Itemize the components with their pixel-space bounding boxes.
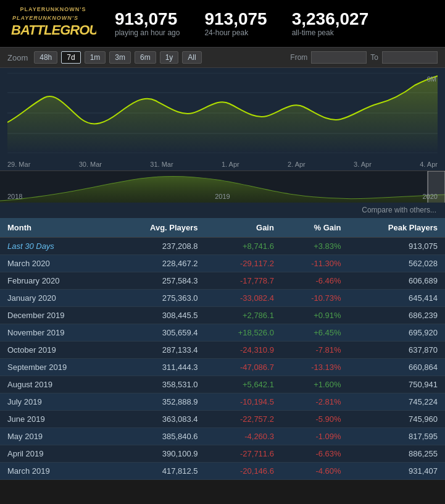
cell-pct-gain: -4.60% [281, 463, 349, 480]
table-row: March 2019 417,812.5 -20,146.6 -4.60% 93… [0, 463, 445, 480]
cell-peak: 606,689 [349, 272, 445, 290]
cell-pct-gain: -2.81% [281, 393, 349, 411]
cell-gain: -22,757.2 [206, 411, 281, 428]
cell-pct-gain: +6.45% [281, 324, 349, 342]
cell-peak: 562,028 [349, 255, 445, 272]
cell-avg: 237,208.8 [111, 238, 205, 255]
to-date-input[interactable]: Apr 4, 2020 [382, 51, 438, 64]
zoom-7d[interactable]: 7d [61, 51, 80, 64]
col-header-peak: Peak Players [349, 218, 445, 238]
cell-peak: 686,239 [349, 307, 445, 324]
x-label-4: 2. Apr [288, 161, 306, 168]
cell-avg: 358,531.0 [111, 376, 205, 393]
header: PLAYERUNKNOWN'S PLAYERUNKNOWN'S BATTLEGR… [0, 0, 445, 47]
svg-text:PLAYERUNKNOWN'S: PLAYERUNKNOWN'S [12, 15, 78, 21]
x-label-5: 3. Apr [354, 161, 372, 168]
cell-gain: +18,526.0 [206, 324, 281, 342]
table-row: January 2020 275,363.0 -33,082.4 -10.73%… [0, 290, 445, 307]
cell-month: June 2019 [0, 411, 111, 428]
cell-month: March 2020 [0, 255, 111, 272]
cell-avg: 311,444.3 [111, 359, 205, 376]
cell-avg: 385,840.6 [111, 428, 205, 445]
table-row: Last 30 Days 237,208.8 +8,741.6 +3.83% 9… [0, 238, 445, 255]
compare-link[interactable]: Compare with others... [362, 206, 436, 214]
cell-peak: 745,960 [349, 411, 445, 428]
table-row: August 2019 358,531.0 +5,642.1 +1.60% 75… [0, 376, 445, 393]
cell-month: January 2020 [0, 290, 111, 307]
cell-gain: -4,260.3 [206, 428, 281, 445]
compare-link-container: Compare with others... [0, 203, 445, 218]
cell-peak: 817,595 [349, 428, 445, 445]
zoom-all[interactable]: All [182, 51, 201, 64]
cell-peak: 695,920 [349, 324, 445, 342]
cell-peak: 750,941 [349, 376, 445, 393]
cell-peak: 931,407 [349, 463, 445, 480]
mini-chart[interactable]: 2018 2019 2020 [0, 170, 445, 203]
chart-y-label: 0M [427, 75, 436, 83]
x-axis-labels: 29. Mar 30. Mar 31. Mar 1. Apr 2. Apr 3.… [0, 159, 445, 170]
cell-gain: -17,778.7 [206, 272, 281, 290]
cell-month: March 2019 [0, 463, 111, 480]
col-header-avg: Avg. Players [111, 218, 205, 238]
cell-avg: 305,659.4 [111, 324, 205, 342]
stats-group: 913,075 playing an hour ago 913,075 24-h… [115, 10, 368, 38]
cell-peak: 913,075 [349, 238, 445, 255]
zoom-1y[interactable]: 1y [160, 51, 179, 64]
cell-month: October 2019 [0, 342, 111, 359]
zoom-3m[interactable]: 3m [109, 51, 131, 64]
cell-avg: 352,888.9 [111, 393, 205, 411]
cell-gain: +5,642.1 [206, 376, 281, 393]
24h-peak-label: 24-hour peak [204, 28, 267, 37]
cell-avg: 275,363.0 [111, 290, 205, 307]
cell-pct-gain: -1.09% [281, 428, 349, 445]
table-row: February 2020 257,584.3 -17,778.7 -6.46%… [0, 272, 445, 290]
stats-table: Month Avg. Players Gain % Gain Peak Play… [0, 218, 445, 480]
to-label: To [370, 53, 378, 62]
table-row: June 2019 363,083.4 -22,757.2 -5.90% 745… [0, 411, 445, 428]
24h-peak-number: 913,075 [204, 10, 267, 29]
year-label-2019: 2019 [215, 193, 230, 200]
date-range: From Mar 28, 2020 To Apr 4, 2020 [290, 51, 438, 64]
cell-gain: +8,741.6 [206, 238, 281, 255]
from-date-input[interactable]: Mar 28, 2020 [311, 51, 367, 64]
cell-pct-gain: +3.83% [281, 238, 349, 255]
svg-text:BATTLEGROUNDS: BATTLEGROUNDS [11, 22, 96, 38]
chart-container: 0M 29. Mar 30. Mar 31. Mar 1. Apr [0, 68, 445, 218]
cell-peak: 645,414 [349, 290, 445, 307]
cell-avg: 417,812.5 [111, 463, 205, 480]
cell-avg: 287,133.4 [111, 342, 205, 359]
stat-24h-peak: 913,075 24-hour peak [204, 10, 267, 38]
cell-month: July 2019 [0, 393, 111, 411]
cell-avg: 257,584.3 [111, 272, 205, 290]
x-label-3: 1. Apr [222, 161, 239, 168]
zoom-1m[interactable]: 1m [85, 51, 106, 64]
x-label-0: 29. Mar [7, 161, 30, 168]
year-label-2020: 2020 [423, 193, 438, 200]
col-header-gain: Gain [206, 218, 281, 238]
cell-pct-gain: -6.63% [281, 445, 349, 463]
cell-pct-gain: +1.60% [281, 376, 349, 393]
zoom-6m[interactable]: 6m [135, 51, 156, 64]
mini-year-labels: 2018 2019 2020 [7, 193, 438, 200]
stat-playing: 913,075 playing an hour ago [115, 10, 180, 38]
cell-avg: 390,100.9 [111, 445, 205, 463]
cell-gain: -20,146.6 [206, 463, 281, 480]
col-header-pct-gain: % Gain [281, 218, 349, 238]
cell-gain: -29,117.2 [206, 255, 281, 272]
cell-month: August 2019 [0, 376, 111, 393]
cell-pct-gain: -6.46% [281, 272, 349, 290]
main-chart: 0M [0, 73, 445, 159]
table-row: July 2019 352,888.9 -10,194.5 -2.81% 745… [0, 393, 445, 411]
table-row: December 2019 308,445.5 +2,786.1 +0.91% … [0, 307, 445, 324]
cell-pct-gain: -10.73% [281, 290, 349, 307]
chart-area-fill [7, 76, 438, 153]
cell-avg: 228,467.2 [111, 255, 205, 272]
cell-pct-gain: -13.13% [281, 359, 349, 376]
stat-alltime-peak: 3,236,027 all-time peak [292, 10, 369, 38]
table-row: September 2019 311,444.3 -47,086.7 -13.1… [0, 359, 445, 376]
cell-pct-gain: -11.30% [281, 255, 349, 272]
table-row: November 2019 305,659.4 +18,526.0 +6.45%… [0, 324, 445, 342]
zoom-48h[interactable]: 48h [34, 51, 57, 64]
cell-peak: 886,255 [349, 445, 445, 463]
cell-gain: -47,086.7 [206, 359, 281, 376]
